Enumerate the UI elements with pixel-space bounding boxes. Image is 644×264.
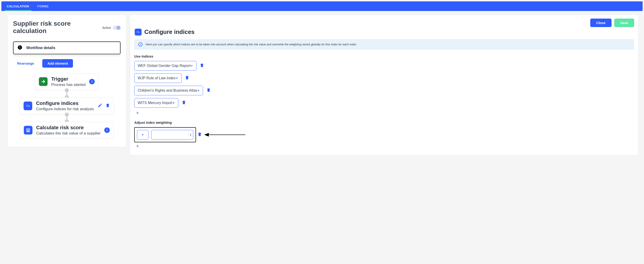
node-info-icon[interactable]: i (89, 79, 95, 84)
rearrange-button[interactable]: Rearrange (17, 61, 34, 65)
node-calculate-title: Calculate risk score (36, 125, 100, 131)
chevron-down-icon: ▼ (197, 89, 200, 92)
adjust-weighting-label: Adjust index weighting (134, 120, 634, 124)
delete-icon[interactable] (185, 75, 189, 81)
svg-rect-6 (28, 130, 28, 131)
delete-icon[interactable] (182, 100, 186, 106)
index-select-2[interactable]: Children's Rights and Business Atlas ▼ (134, 86, 203, 95)
svg-rect-8 (27, 131, 28, 131)
add-element-button[interactable]: Add element (42, 59, 73, 68)
node-configure-title: Configure indices (36, 100, 94, 106)
page-title: Supplier risk score calculation (13, 20, 102, 35)
use-indices-label: Use indices (134, 54, 634, 58)
workflow-details-box[interactable]: Workflow details (13, 42, 120, 54)
node-trigger-title: Trigger (51, 76, 86, 82)
node-configure-sub: Configure indices for risk analysis (36, 107, 94, 111)
node-configure-indices[interactable]: Configure indices Configure indices for … (20, 97, 114, 114)
workflow-canvas: Trigger Process has started i Configure … (13, 73, 120, 139)
node-calculate-risk[interactable]: Calculate risk score Calculates the risk… (20, 122, 114, 139)
tab-forms[interactable]: FORMS (33, 1, 52, 11)
node-trigger[interactable]: Trigger Process has started i (35, 73, 98, 90)
info-icon (18, 45, 22, 51)
svg-rect-4 (27, 129, 30, 130)
svg-rect-1 (20, 47, 20, 49)
info-icon: i (138, 42, 142, 47)
chevron-down-icon: ▼ (172, 101, 175, 104)
info-banner: i Here you can specify which indices are… (134, 39, 634, 50)
tab-calculation[interactable]: CALCULATION (3, 1, 33, 11)
index-value: WEF Global Gender Gap Report (138, 64, 190, 68)
weighting-row-highlight: ▼ ▲▼ (134, 127, 196, 142)
topbar: CALCULATION FORMS (1, 1, 643, 11)
svg-rect-9 (28, 131, 28, 131)
play-icon (39, 77, 48, 86)
active-toggle[interactable] (113, 26, 120, 30)
section-title: Configure indices (144, 28, 194, 36)
edit-icon[interactable] (98, 103, 102, 109)
active-toggle-group: Active (102, 26, 120, 30)
add-weighting-button[interactable]: + (136, 144, 634, 149)
workflow-details-label: Workflow details (26, 46, 55, 50)
connector (66, 115, 67, 121)
delete-icon[interactable] (200, 63, 204, 69)
node-calculate-sub: Calculates the risk value of a supplier (36, 131, 100, 136)
node-trigger-sub: Process has started (51, 82, 86, 87)
annotation-arrow (204, 133, 246, 137)
weighting-index-select[interactable]: ▼ (137, 130, 148, 140)
config-panel: Close Save Configure indices i Here you … (130, 15, 638, 155)
save-button[interactable]: Save (614, 19, 634, 27)
chevron-down-icon: ▼ (176, 77, 178, 79)
svg-rect-7 (29, 130, 30, 131)
svg-rect-10 (29, 131, 30, 131)
index-select-3[interactable]: WITS Mercury Import ▼ (134, 98, 178, 108)
svg-point-2 (20, 46, 20, 47)
svg-rect-5 (27, 130, 28, 131)
workflow-panel: Supplier risk score calculation Active W… (7, 15, 126, 147)
connector (66, 90, 67, 97)
divider (13, 56, 120, 56)
delete-icon[interactable] (106, 103, 110, 109)
node-info-icon[interactable]: i (104, 127, 110, 133)
delete-icon[interactable] (197, 132, 202, 138)
index-select-0[interactable]: WEF Global Gender Gap Report ▼ (134, 61, 196, 71)
active-label: Active (102, 26, 111, 30)
main-stage: Supplier risk score calculation Active W… (0, 11, 644, 161)
gear-icon (135, 29, 142, 36)
weighting-value-input[interactable]: ▲▼ (151, 130, 193, 140)
gear-icon (24, 101, 32, 110)
banner-text: Here you can specify which indices are t… (146, 43, 356, 46)
delete-icon[interactable] (206, 88, 211, 93)
stepper-icon[interactable]: ▲▼ (188, 133, 192, 137)
close-button[interactable]: Close (590, 19, 612, 27)
index-value: WITS Mercury Import (138, 101, 172, 105)
index-value: WJP Rule of Law Index (138, 76, 176, 80)
index-value: Children's Rights and Business Atlas (138, 88, 197, 93)
calculator-icon (24, 126, 32, 135)
chevron-down-icon: ▼ (190, 64, 193, 67)
add-index-button[interactable]: + (136, 110, 634, 115)
index-select-1[interactable]: WJP Rule of Law Index ▼ (134, 73, 182, 83)
